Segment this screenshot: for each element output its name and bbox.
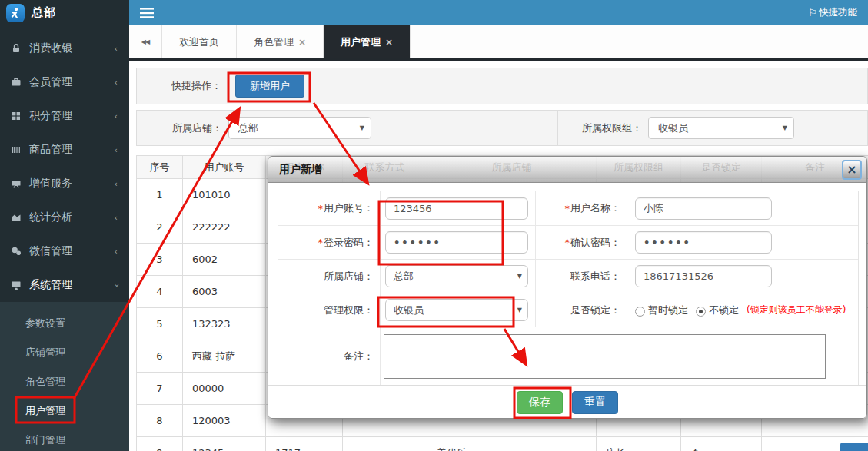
col-header-account: 用户账号 xyxy=(183,156,266,179)
shop-label: 所属店铺： xyxy=(278,260,381,293)
app-root: 总部 消费收银 ‹ 会员管理 ‹ 积分管理 ‹ 商品管理 ‹ xyxy=(0,0,868,451)
lock-radio-unlocked[interactable] xyxy=(696,307,706,317)
sidebar-nav: 消费收银 ‹ 会员管理 ‹ 积分管理 ‹ 商品管理 ‹ 增值服务 ‹ xyxy=(0,32,129,302)
required-mark: * xyxy=(318,203,324,214)
sidebar-item-statistics[interactable]: 统计分析 ‹ xyxy=(0,201,129,234)
chevron-left-icon: ‹ xyxy=(115,247,118,257)
remark-label: 备注： xyxy=(278,327,381,385)
form-row-remark: 备注： xyxy=(278,327,858,385)
tab-close-icon[interactable]: × xyxy=(298,37,306,48)
topbar: ⚐ 快捷功能 xyxy=(129,0,868,25)
tab-close-icon[interactable]: × xyxy=(385,37,393,48)
sidebar-item-label: 消费收银 xyxy=(29,41,72,55)
sidebar-item-users[interactable]: 用户管理 xyxy=(0,396,129,426)
permission-select[interactable]: 收银员 ▼ xyxy=(385,299,528,321)
add-user-button[interactable]: 新增用户 xyxy=(235,75,304,98)
password-input[interactable] xyxy=(385,231,528,254)
reset-button[interactable]: 重置 xyxy=(572,391,618,414)
confirm-password-input[interactable] xyxy=(635,231,772,254)
account-label: *用户账号： xyxy=(278,191,381,225)
menu-toggle-icon[interactable] xyxy=(140,8,154,18)
sidebar: 总部 消费收银 ‹ 会员管理 ‹ 积分管理 ‹ 商品管理 ‹ xyxy=(0,0,129,451)
save-button[interactable]: 保存 xyxy=(517,391,563,414)
quick-functions-button[interactable]: ⚐ 快捷功能 xyxy=(808,0,857,25)
lock-note: (锁定则该员工不能登录) xyxy=(747,303,846,317)
form-grid: *用户账号： *用户名称： *登录密码： *确认密码： 所属店铺： 总部 xyxy=(278,191,859,386)
chevron-left-icon: ‹ xyxy=(115,111,118,121)
account-input[interactable] xyxy=(385,197,528,220)
lock-option-unlocked-label[interactable]: 不锁定 xyxy=(709,303,739,317)
quick-ops-panel: 快捷操作： 新增用户 xyxy=(136,68,868,104)
phone-label: 联系电话： xyxy=(536,260,627,293)
sidebar-item-goods[interactable]: 商品管理 ‹ xyxy=(0,133,129,167)
password-label: *登录密码： xyxy=(278,226,381,259)
lock-radio-temporary[interactable] xyxy=(635,307,645,317)
sidebar-item-points[interactable]: 积分管理 ‹ xyxy=(0,99,129,133)
dialog-footer: 保存 重置 xyxy=(268,385,866,419)
sidebar-item-label: 商品管理 xyxy=(29,143,72,157)
required-mark: * xyxy=(565,237,570,248)
sidebar-item-wechat[interactable]: 微信管理 ‹ xyxy=(0,234,129,268)
shop-filter-select[interactable]: 总部 ▼ xyxy=(228,117,371,139)
shop-select-value: 总部 xyxy=(394,270,414,284)
tab-welcome[interactable]: 欢迎首页 xyxy=(162,25,237,58)
sidebar-item-value-added[interactable]: 增值服务 ‹ xyxy=(0,167,129,201)
group-filter-label: 所属权限组： xyxy=(582,121,642,135)
quick-ops-label: 快捷操作： xyxy=(171,79,221,93)
tab-strip: ◀◀ 欢迎首页 角色管理 × 用户管理 × xyxy=(129,25,868,61)
shop-filter-value: 总部 xyxy=(238,121,258,135)
dialog-close-button[interactable]: × xyxy=(842,160,862,180)
filter-panel: 所属店铺： 总部 ▼ 所属权限组： 收银员 ▼ xyxy=(136,110,868,146)
flag-icon: ⚐ xyxy=(808,7,817,18)
sidebar-item-label: 会员管理 xyxy=(29,75,72,89)
phone-input[interactable] xyxy=(635,265,772,287)
tab-role-management[interactable]: 角色管理 × xyxy=(237,25,324,58)
dialog-title: 用户新增 xyxy=(279,163,322,177)
sidebar-item-members[interactable]: 会员管理 ‹ xyxy=(0,65,129,99)
brand-person-icon xyxy=(6,4,25,22)
grid-icon xyxy=(11,111,23,121)
tab-user-management[interactable]: 用户管理 × xyxy=(324,25,411,58)
shop-select[interactable]: 总部 ▼ xyxy=(385,265,528,287)
table-row-partial[interactable]: 9123451717美优乐店长否 xyxy=(137,437,868,451)
sidebar-item-label: 微信管理 xyxy=(29,244,72,258)
sidebar-item-consume-cashier[interactable]: 消费收银 ‹ xyxy=(0,32,129,65)
chevron-left-icon: ‹ xyxy=(115,145,118,155)
group-filter-select[interactable]: 收银员 ▼ xyxy=(648,117,794,139)
screen-icon xyxy=(11,178,23,189)
chevron-down-icon: ‹ xyxy=(111,284,121,287)
shop-filter-cell: 所属店铺： 总部 ▼ xyxy=(137,111,558,145)
remark-textarea[interactable] xyxy=(384,334,826,379)
required-mark: * xyxy=(565,203,570,214)
sidebar-item-shops[interactable]: 店铺管理 xyxy=(0,338,129,367)
required-mark: * xyxy=(318,237,324,248)
form-row-1: *用户账号： *用户名称： xyxy=(278,191,858,225)
confirm-password-label: *确认密码： xyxy=(536,226,627,259)
name-input[interactable] xyxy=(635,197,772,220)
chevron-left-icon: ‹ xyxy=(115,179,118,189)
sidebar-item-departments[interactable]: 部门管理 xyxy=(0,426,129,451)
area-chart-icon xyxy=(11,212,23,223)
form-row-3: 所属店铺： 总部 ▼ 联系电话： xyxy=(278,259,858,293)
tabs-scroll-back-button[interactable]: ◀◀ xyxy=(129,25,162,58)
group-filter-value: 收银员 xyxy=(658,121,688,135)
desktop-icon xyxy=(11,280,23,290)
permission-label: 管理权限： xyxy=(278,293,381,327)
logo-row[interactable]: 总部 xyxy=(0,0,129,25)
dropdown-arrow-icon: ▼ xyxy=(360,124,364,131)
sidebar-item-label: 增值服务 xyxy=(29,177,72,191)
add-user-dialog: 用户新增 × *用户账号： *用户名称： *登录密码： *确认密码： 所属店 xyxy=(268,156,867,419)
sidebar-item-label: 积分管理 xyxy=(29,109,72,123)
form-row-2: *登录密码： *确认密码： xyxy=(278,225,858,259)
partial-button[interactable] xyxy=(840,443,868,451)
lock-label: 是否锁定： xyxy=(536,293,627,327)
sidebar-item-params[interactable]: 参数设置 xyxy=(0,309,129,338)
sidebar-item-system[interactable]: 系统管理 ‹ xyxy=(0,268,129,302)
tab-label: 欢迎首页 xyxy=(179,35,219,49)
dialog-header[interactable]: 用户新增 × xyxy=(268,157,866,183)
wechat-icon xyxy=(11,246,23,257)
dropdown-arrow-icon: ▼ xyxy=(517,307,522,313)
quick-functions-label: 快捷功能 xyxy=(819,6,857,19)
sidebar-item-roles[interactable]: 角色管理 xyxy=(0,367,129,396)
lock-option-temporary-label[interactable]: 暂时锁定 xyxy=(648,303,688,317)
